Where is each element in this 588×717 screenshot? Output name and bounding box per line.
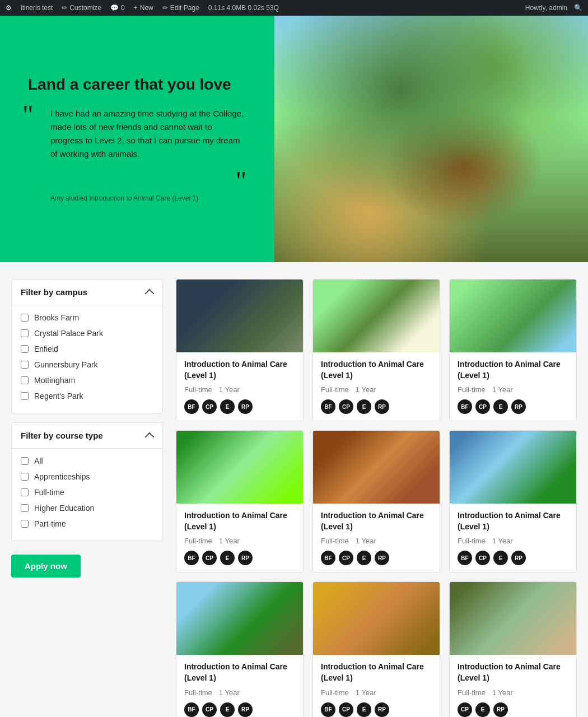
- course-card-image: [313, 582, 440, 655]
- campus-checkbox-item[interactable]: Mottingham: [21, 373, 153, 388]
- course-type-checkbox-item[interactable]: Higher Education: [21, 500, 153, 516]
- course-card[interactable]: Introduction to Animal Care (Level 1) Fu…: [312, 581, 440, 717]
- course-card[interactable]: Introduction to Animal Care (Level 1) Fu…: [176, 430, 304, 572]
- campus-option-label: Enfield: [34, 344, 58, 353]
- course-type-checkbox[interactable]: [21, 457, 29, 465]
- filter-campus-label: Filter by campus: [21, 287, 87, 297]
- course-tags: BFCPERP: [321, 551, 432, 565]
- course-tags: BFCPERP: [184, 551, 295, 565]
- course-card[interactable]: Introduction to Animal Care (Level 1) Fu…: [176, 581, 304, 717]
- campus-checkbox[interactable]: [21, 329, 29, 337]
- campus-checkbox[interactable]: [21, 376, 29, 384]
- chevron-up-icon: [145, 288, 155, 298]
- filter-course-type-header[interactable]: Filter by course type: [12, 423, 162, 448]
- campus-checkbox-item[interactable]: Brooks Farm: [21, 310, 153, 325]
- course-duration: 1 Year: [492, 688, 513, 697]
- course-card-image: [176, 280, 303, 352]
- course-card[interactable]: Introduction to Animal Care (Level 1) Fu…: [449, 430, 577, 572]
- course-type-checkbox[interactable]: [21, 520, 29, 528]
- course-type-checkbox-item[interactable]: All: [21, 453, 153, 469]
- site-name[interactable]: itineris test: [21, 4, 53, 12]
- campus-checkbox[interactable]: [21, 345, 29, 353]
- search-icon[interactable]: 🔍: [574, 4, 582, 12]
- course-tags: BFCPERP: [458, 551, 568, 565]
- course-tag: RP: [375, 399, 389, 414]
- course-tag: BF: [321, 551, 335, 565]
- course-type: Full-time: [321, 385, 349, 394]
- course-card-image: [313, 431, 440, 504]
- course-card[interactable]: Introduction to Animal Care (Level 1) Fu…: [176, 279, 304, 421]
- course-card-body: Introduction to Animal Care (Level 1) Fu…: [313, 655, 440, 717]
- course-type-option-label: Apprenticeships: [34, 472, 90, 481]
- course-duration: 1 Year: [219, 537, 240, 545]
- edit-page-link[interactable]: ✏ Edit Page: [162, 4, 199, 12]
- course-duration: 1 Year: [219, 688, 240, 697]
- course-tag: RP: [238, 702, 253, 717]
- stats: 0.11s 4.0MB 0.02s 53Q: [208, 4, 279, 12]
- course-type: Full-time: [184, 537, 212, 545]
- course-tag: E: [493, 399, 508, 414]
- filter-campus-header[interactable]: Filter by campus: [12, 280, 162, 305]
- course-card-image: [450, 280, 576, 352]
- hero-attribution: Amy studied Introduction to Animal Care …: [34, 194, 246, 202]
- course-tag: E: [357, 399, 371, 414]
- campus-checkbox[interactable]: [21, 361, 29, 369]
- course-type: Full-time: [184, 385, 212, 394]
- customize-link[interactable]: ✏ Customize: [62, 4, 101, 12]
- course-tag: RP: [375, 551, 389, 565]
- filter-campus-section: Filter by campus Brooks FarmCrystal Pala…: [11, 279, 162, 413]
- course-type: Full-time: [458, 537, 486, 545]
- filter-course-type-section: Filter by course type AllApprenticeships…: [11, 422, 162, 541]
- course-card-image: [313, 280, 440, 352]
- hero-quote-text: I have had an amazing time studying at t…: [34, 107, 246, 161]
- new-link[interactable]: + New: [134, 4, 153, 12]
- campus-checkbox-item[interactable]: Crystal Palace Park: [21, 325, 153, 341]
- campus-option-label: Regent's Park: [34, 392, 83, 401]
- course-title: Introduction to Animal Care (Level 1): [458, 510, 568, 532]
- course-duration: 1 Year: [356, 688, 376, 697]
- course-type-option-label: All: [34, 457, 43, 465]
- course-type: Full-time: [184, 688, 212, 697]
- campus-option-label: Gunnersbury Park: [34, 360, 98, 369]
- course-tag: BF: [184, 702, 199, 717]
- campus-checkbox-item[interactable]: Gunnersbury Park: [21, 357, 153, 373]
- campus-checkbox[interactable]: [21, 314, 29, 322]
- wp-logo-icon[interactable]: ⚙: [6, 4, 12, 12]
- course-tag: CP: [202, 702, 217, 717]
- campus-checkbox-item[interactable]: Enfield: [21, 341, 153, 357]
- course-type-checkbox-item[interactable]: Full-time: [21, 485, 153, 500]
- course-tag: E: [357, 702, 371, 717]
- course-card-body: Introduction to Animal Care (Level 1) Fu…: [313, 504, 440, 572]
- comments-link[interactable]: 💬 0: [110, 4, 125, 12]
- course-type-checkbox[interactable]: [21, 473, 29, 481]
- course-tags: BFCPERP: [458, 399, 568, 414]
- course-card[interactable]: Introduction to Animal Care (Level 1) Fu…: [449, 581, 577, 717]
- course-card-body: Introduction to Animal Care (Level 1) Fu…: [450, 352, 576, 421]
- course-type-option-label: Higher Education: [34, 504, 94, 513]
- hero-quote-block: " I have had an amazing time studying at…: [28, 107, 246, 202]
- course-meta: Full-time 1 Year: [458, 537, 568, 545]
- course-duration: 1 Year: [219, 385, 240, 394]
- course-type-checkbox[interactable]: [21, 504, 29, 512]
- apply-now-button[interactable]: Apply now: [11, 555, 81, 578]
- course-card[interactable]: Introduction to Animal Care (Level 1) Fu…: [449, 279, 577, 421]
- course-card[interactable]: Introduction to Animal Care (Level 1) Fu…: [312, 279, 440, 421]
- course-card-image: [450, 582, 576, 655]
- course-type: Full-time: [458, 385, 486, 394]
- course-type-checkbox-item[interactable]: Apprenticeships: [21, 469, 153, 485]
- sidebar: Filter by campus Brooks FarmCrystal Pala…: [11, 279, 162, 717]
- course-tag: BF: [184, 399, 199, 414]
- course-type-checkbox[interactable]: [21, 488, 29, 496]
- course-title: Introduction to Animal Care (Level 1): [184, 510, 295, 532]
- course-tag: CP: [475, 551, 490, 565]
- course-type-option-label: Part-time: [34, 519, 66, 528]
- course-grid: Introduction to Animal Care (Level 1) Fu…: [176, 279, 577, 717]
- course-tag: BF: [458, 551, 472, 565]
- campus-checkbox[interactable]: [21, 392, 29, 400]
- admin-bar: ⚙ itineris test ✏ Customize 💬 0 + New ✏ …: [0, 0, 588, 16]
- campus-checkbox-item[interactable]: Regent's Park: [21, 388, 153, 404]
- course-card[interactable]: Introduction to Animal Care (Level 1) Fu…: [312, 430, 440, 572]
- course-tags: BFCPERP: [321, 702, 432, 717]
- course-tags: BFCPERP: [184, 702, 295, 717]
- course-type-checkbox-item[interactable]: Part-time: [21, 516, 153, 532]
